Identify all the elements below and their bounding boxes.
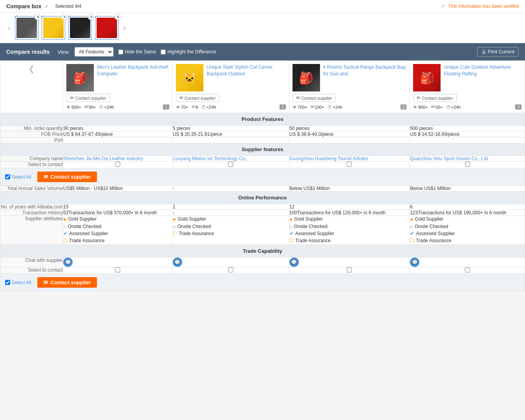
trade-capability-header: Trade Capability (0, 245, 525, 257)
select-all-label-bottom[interactable]: Select All (5, 280, 31, 285)
min-order-val-4: 500 pieces (410, 126, 525, 131)
trade-label-2: Trade Assurance (179, 231, 214, 236)
views-2: 👁 70+ (176, 105, 188, 110)
product-features-header: Product Features (0, 113, 525, 126)
compare-box-title: Compare box (6, 3, 41, 9)
thumb-check-2: ✓ (41, 14, 45, 19)
hide-same-checkbox[interactable] (118, 49, 123, 55)
thumb-close-3[interactable]: ✕ (88, 14, 94, 20)
select-input-bottom-1[interactable] (115, 267, 120, 272)
view-select[interactable]: All Features (75, 47, 113, 57)
hide-same-label[interactable]: Hide the Same (118, 49, 156, 55)
contact-orange-btn-bottom[interactable]: ✉ Contact supplier (37, 277, 97, 288)
transaction-history-val-2: - (172, 210, 289, 216)
select-input-bottom-3[interactable] (347, 267, 352, 272)
thumb-close-1[interactable]: ✕ (35, 14, 40, 20)
select-input-4[interactable] (465, 162, 470, 167)
select-checkbox-4[interactable] (410, 162, 525, 168)
chat-icon-4[interactable]: 💬 (410, 257, 419, 267)
select-input-bottom-2[interactable] (228, 267, 233, 272)
product-name-3[interactable]: 4 Rooms Tactical Range Backpack Bag for … (323, 64, 406, 77)
envelope-icon-1: ✉ (70, 95, 73, 100)
trade-icon-4: ⬡ (410, 237, 414, 243)
contact-supplier-btn-2[interactable]: ✉ Contact supplier (176, 94, 220, 102)
online-performance-title: Online Performance (0, 192, 525, 204)
left-nav-arrow[interactable]: ❮ (28, 64, 35, 73)
select-checkbox-bottom-2[interactable] (172, 267, 289, 274)
chat-icon-1[interactable]: 💬 (63, 257, 73, 267)
select-all-checkbox-top[interactable] (5, 174, 10, 179)
min-order-label: Min. order quantity (0, 126, 63, 131)
highlight-diff-label[interactable]: Highlight the Difference (161, 49, 216, 55)
highlight-diff-checkbox[interactable] (161, 49, 166, 55)
print-button[interactable]: 🖨 Print Current (477, 47, 519, 57)
transaction-history-val-4: 123Transactions for US$ 190,000+ in 6 mo… (410, 210, 525, 216)
select-input-3[interactable] (347, 162, 352, 167)
select-checkbox-bottom-1[interactable] (63, 267, 173, 274)
select-checkbox-2[interactable] (172, 162, 289, 168)
port-val-3 (289, 137, 410, 143)
transaction-history-val-3: 100Transactions for US$ 120,000+ in 6 mo… (289, 210, 410, 216)
trade-label-1: Trade Assurance (69, 238, 104, 243)
compare-table: ❮ 🎒 Men's Leather Backpack Anti-theft Co… (0, 60, 525, 291)
select-input-1[interactable] (115, 162, 120, 167)
product-name-1[interactable]: Men's Leather Backpack Anti-theft Comput… (97, 64, 169, 77)
next-nav-arrow[interactable]: › (122, 24, 127, 32)
gold-label-3: Gold Supplier (294, 216, 323, 222)
select-checkbox-3[interactable] (289, 162, 410, 168)
home-icon-4: ⌂ (410, 223, 413, 229)
select-to-contact-bottom-row: Select to contact (0, 267, 525, 274)
product-name-2[interactable]: Unique Style Stylish Cat Carrier Backpac… (207, 64, 286, 77)
gold-label-4: Gold Supplier (415, 216, 444, 222)
rank-2: 2 (280, 104, 286, 110)
views-4: 👁 800+ (413, 105, 428, 110)
home-icon-3: ⌂ (289, 223, 293, 229)
supplier-features-header: Supplier features (0, 143, 525, 156)
contact-supplier-btn-4[interactable]: ✉ Contact supplier (413, 94, 457, 102)
company-link-1[interactable]: Shenzhen Jia Mei Da Leather Industry (63, 156, 143, 161)
fob-price-row: FOB Price US $ 64.37-67.45/piece US $ 20… (0, 131, 525, 137)
rank-3: 3 (401, 104, 407, 110)
company-link-3[interactable]: Guangzhou Huasheng Tourist Articles (289, 156, 368, 161)
years-alibaba-val-4: 6 (410, 204, 525, 210)
port-val-4 (410, 137, 525, 143)
company-link-4[interactable]: Quanzhou Yetu Sport Goods Co., Ltd. (410, 156, 489, 161)
onsite-label-1: Onsite Checked (68, 224, 101, 229)
supplier-attributes-row: Supplier attributes ● Gold Supplier ⌂ On… (0, 216, 525, 245)
contact-supplier-btn-3[interactable]: ✉ Contact supplier (293, 94, 336, 102)
verified-text: This information has been verified (448, 4, 519, 9)
thumb-close-4[interactable]: ✕ (115, 14, 121, 20)
total-sales-val-2: - (172, 186, 289, 192)
select-checkbox-bottom-4[interactable] (410, 267, 525, 274)
product-card-4: 🎒 Unique Cute Outdoor Adventure Floating… (410, 61, 525, 113)
select-all-container-bottom: Select All ✉ Contact supplier (5, 277, 520, 288)
select-all-checkbox-bottom[interactable] (5, 280, 10, 285)
select-input-bottom-4[interactable] (465, 267, 470, 272)
chat-icon-3[interactable]: 💬 (289, 257, 299, 267)
min-order-val-3: 50 pieces (289, 126, 410, 131)
home-icon-2: ⌂ (173, 223, 176, 229)
company-link-2[interactable]: Luoyang Meilun Iot Technology Co., (173, 156, 248, 161)
select-input-2[interactable] (228, 162, 233, 167)
select-all-row-top: Select All ✉ Contact supplier (0, 168, 525, 186)
contact-supplier-btn-1[interactable]: ✉ Contact supplier (66, 94, 110, 102)
supplier-attrs-1: ● Gold Supplier ⌂ Onsite Checked ✔ Asses… (63, 216, 173, 245)
online-performance-header: Online Performance (0, 192, 525, 204)
thumb-close-2[interactable]: ✕ (62, 14, 67, 20)
port-row: Port (0, 137, 525, 143)
chat-icon-2[interactable]: 💬 (173, 257, 182, 267)
select-checkbox-1[interactable] (63, 162, 173, 168)
select-all-label-top[interactable]: Select All (5, 174, 31, 180)
port-label: Port (0, 137, 63, 143)
views-3: 👁 700+ (293, 105, 307, 110)
product-name-4[interactable]: Unique Cute Outdoor Adventure Floating R… (444, 64, 521, 77)
select-checkbox-bottom-3[interactable] (289, 267, 410, 274)
prev-nav-arrow[interactable]: ‹ (6, 24, 12, 32)
company-name-row: Company name Shenzhen Jia Mei Da Leather… (0, 156, 525, 162)
product-card-1: 🎒 Men's Leather Backpack Anti-theft Comp… (63, 61, 173, 113)
contact-orange-btn-top[interactable]: ✉ Contact supplier (37, 172, 97, 182)
fob-price-val-4: US $ 14.52-16.69/piece (410, 131, 525, 137)
supplier-attrs-3: ● Gold Supplier ⌂ Onsite Checked ✔ Asses… (289, 216, 410, 245)
home-icon-1: ⌂ (63, 223, 66, 229)
chat-row: Chat with supplier 💬 💬 💬 💬 (0, 257, 525, 267)
